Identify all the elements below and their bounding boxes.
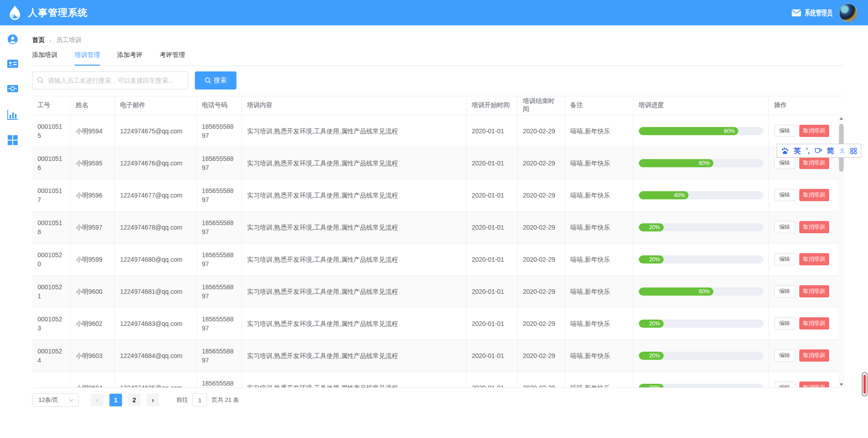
- sidebar-item-statistics[interactable]: [0, 110, 25, 122]
- cell-start-date: 2020-01-01: [466, 211, 517, 243]
- edit-button[interactable]: 编辑: [774, 157, 795, 169]
- left-sidebar: [0, 25, 25, 438]
- chevron-down-icon: [69, 399, 74, 402]
- cancel-training-button[interactable]: 取消培训: [799, 125, 829, 137]
- cell-name: 小明9600: [70, 275, 114, 307]
- cell-start-date: 2020-01-01: [466, 243, 517, 275]
- cancel-training-button[interactable]: 取消培训: [799, 381, 829, 388]
- app-logo[interactable]: 人事管理系统: [6, 4, 88, 21]
- cell-phone: 18565558897: [196, 211, 241, 243]
- page-size-value: 12条/页: [38, 396, 58, 404]
- money-icon: [7, 85, 18, 93]
- sidebar-item-profile[interactable]: [0, 34, 25, 47]
- cup-icon[interactable]: [815, 147, 822, 155]
- cell-content: 实习培训,熟悉开发环境,工具使用,属性产品线常见流程: [241, 179, 466, 211]
- edit-button[interactable]: 编辑: [774, 253, 795, 265]
- cell-start-date: 2020-01-01: [466, 275, 517, 307]
- cancel-training-button[interactable]: 取消培训: [799, 285, 829, 297]
- avatar[interactable]: [839, 4, 857, 22]
- mail-icon[interactable]: [792, 9, 801, 17]
- cell-phone: 18565558897: [196, 372, 241, 388]
- cell-employee-id: 00010517: [32, 179, 70, 211]
- cell-name: 小明9599: [70, 243, 114, 275]
- sidebar-item-apps[interactable]: [0, 135, 25, 148]
- progress-bar: 40%: [639, 191, 764, 199]
- cell-progress: 60%: [633, 275, 769, 307]
- table-row: 小明96041224974685@qq.com18565558897实习培训,熟…: [32, 372, 838, 388]
- column-header: 电话号码: [196, 96, 241, 115]
- progress-bar: 20%: [639, 223, 764, 231]
- progress-bar: 60%: [639, 159, 764, 167]
- page-button-1[interactable]: 1: [109, 394, 122, 406]
- id-card-icon: [7, 59, 18, 68]
- cell-email: 1224974685@qq.com: [114, 372, 196, 388]
- goto-page-input[interactable]: [193, 393, 207, 407]
- page-button-2[interactable]: 2: [128, 394, 141, 406]
- progress-fill: 20%: [639, 384, 664, 388]
- cell-progress: 20%: [633, 372, 769, 388]
- goto-label: 前往: [176, 396, 188, 404]
- tab-add-review[interactable]: 添加考评: [117, 51, 142, 66]
- cell-name: 小明9602: [70, 307, 114, 339]
- edit-button[interactable]: 编辑: [774, 125, 795, 137]
- search-icon: [37, 77, 44, 84]
- edit-button[interactable]: 编辑: [774, 349, 795, 362]
- english-icon[interactable]: 英: [793, 147, 801, 155]
- edit-button[interactable]: 编辑: [774, 189, 795, 201]
- cancel-training-button[interactable]: 取消培训: [799, 317, 829, 330]
- scrollbar-down-arrow[interactable]: [838, 381, 844, 388]
- tab-manage-review[interactable]: 考评管理: [160, 51, 185, 66]
- edit-button[interactable]: 编辑: [774, 317, 795, 330]
- progress-bar: 20%: [639, 255, 764, 264]
- edit-button[interactable]: 编辑: [774, 221, 795, 233]
- sidebar-item-employees[interactable]: [0, 59, 25, 72]
- cell-content: 实习培训,熟悉开发环境,工具使用,属性产品线常见流程: [241, 372, 466, 388]
- cancel-training-button[interactable]: 取消培训: [799, 253, 829, 265]
- next-page-button[interactable]: ›: [146, 394, 159, 406]
- table-row: 00010515小明95941224974675@qq.com185655588…: [32, 115, 838, 147]
- tab-manage-training[interactable]: 培训管理: [75, 51, 100, 66]
- prev-page-button[interactable]: ‹: [91, 394, 104, 406]
- person-icon[interactable]: [839, 147, 845, 155]
- cancel-training-button[interactable]: 取消培训: [799, 221, 829, 233]
- paw-icon[interactable]: [781, 146, 788, 155]
- breadcrumb: 首页 › 员工培训: [32, 36, 81, 44]
- username-label[interactable]: 系统管理员: [805, 8, 826, 18]
- cell-content: 实习培训,熟悉开发环境,工具使用,属性产品线常见流程: [241, 147, 466, 179]
- cell-name: 小明9603: [70, 339, 114, 372]
- quote-icon[interactable]: ’,: [806, 147, 810, 155]
- cancel-training-button[interactable]: 取消培训: [799, 349, 829, 362]
- cell-actions: 编辑取消培训: [769, 115, 838, 147]
- column-header: 培训结束时间: [517, 96, 565, 115]
- page-size-select[interactable]: 12条/页: [32, 393, 79, 407]
- cell-note: 嘻嘻,新年快乐: [565, 179, 633, 211]
- apps-grid-icon[interactable]: [850, 147, 857, 155]
- simplified-icon[interactable]: 简: [827, 147, 834, 155]
- edit-button[interactable]: 编辑: [774, 285, 795, 297]
- tab-add-training[interactable]: 添加培训: [32, 51, 57, 66]
- search-button[interactable]: 搜索: [195, 71, 236, 89]
- breadcrumb-home[interactable]: 首页: [32, 36, 45, 44]
- cancel-training-button[interactable]: 取消培训: [799, 189, 829, 201]
- cell-end-date: 2020-02-29: [517, 307, 565, 339]
- cell-phone: 18565558897: [196, 275, 241, 307]
- scrollbar-up-arrow[interactable]: [838, 115, 844, 122]
- total-label: 页共 21 条: [212, 396, 239, 404]
- cell-email: 1224974676@qq.com: [114, 147, 196, 179]
- progress-fill: 20%: [639, 320, 664, 328]
- grid-windows-icon: [8, 135, 18, 145]
- search-input[interactable]: [32, 71, 188, 89]
- cell-employee-id: 00010518: [32, 211, 70, 243]
- sidebar-item-salary[interactable]: [0, 85, 25, 97]
- cell-content: 实习培训,熟悉开发环境,工具使用,属性产品线常见流程: [241, 339, 466, 372]
- edit-button[interactable]: 编辑: [774, 381, 795, 388]
- cell-email: 1224974677@qq.com: [114, 179, 196, 211]
- cancel-training-button[interactable]: 取消培训: [799, 157, 829, 169]
- progress-bar: 80%: [639, 127, 764, 135]
- table-body: 00010515小明95941224974675@qq.com185655588…: [32, 115, 838, 388]
- cell-content: 实习培训,熟悉开发环境,工具使用,属性产品线常见流程: [241, 307, 466, 339]
- cell-note: 嘻嘻,新年快乐: [565, 372, 633, 388]
- progress-bar: 20%: [639, 384, 764, 388]
- cell-progress: 40%: [633, 179, 769, 211]
- page-scroll-indicator[interactable]: [862, 372, 868, 396]
